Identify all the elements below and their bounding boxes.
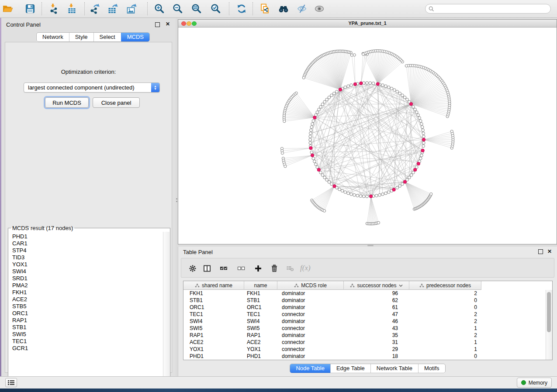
table-cell: 0 (409, 353, 481, 360)
mcds-result-title: MCDS result (17 nodes) (11, 225, 74, 231)
result-node[interactable]: SWI5 (12, 331, 163, 338)
delete-column-icon[interactable] (270, 265, 278, 272)
tab-mcds[interactable]: MCDS (121, 33, 149, 41)
tab-style[interactable]: Style (69, 33, 93, 41)
table-row[interactable]: ACE2ACE2connector311 (183, 339, 546, 346)
open-file-icon[interactable] (2, 3, 13, 14)
table-cell: SWI5 (183, 325, 244, 332)
table-row[interactable]: RAP1RAP1dominator352 (183, 332, 546, 339)
search-input[interactable] (436, 5, 550, 13)
deselect-all-columns-icon[interactable] (237, 265, 245, 272)
table-cell: FKH1 (244, 290, 277, 297)
table-cell: dominator (277, 297, 344, 304)
cytoscape-window: Control Panel ✕ NetworkStyleSelectMCDS O… (0, 0, 557, 392)
table-row[interactable]: YOX1YOX1connector291 (183, 346, 546, 353)
criterion-select[interactable]: largest connected component (undirected)… (24, 83, 160, 93)
result-node[interactable]: FKH1 (12, 289, 163, 296)
column-header-successor-nodes[interactable]: successor nodes (344, 281, 409, 290)
result-node[interactable]: SWI4 (12, 268, 163, 275)
mcds-result-list[interactable]: PHD1CAR1STP4TID3YOX1SWI4SRD1PMA2FKH1ACE2… (9, 232, 163, 385)
result-list-scrollbar[interactable] (163, 232, 170, 385)
show-columns-icon[interactable] (203, 265, 211, 272)
show-all-icon[interactable] (314, 3, 325, 14)
refresh-icon[interactable] (236, 3, 247, 14)
export-image-icon[interactable] (126, 3, 137, 14)
save-session-icon[interactable] (24, 3, 36, 14)
table-row[interactable]: PHD1PHD1dominator180 (183, 353, 546, 360)
close-panel-icon[interactable]: ✕ (166, 21, 170, 27)
table-scrollbar-thumb[interactable] (547, 292, 551, 332)
table-cell: 35 (344, 332, 409, 339)
panel-list-button[interactable] (5, 378, 17, 387)
table-row[interactable]: FKH1FKH1dominator962 (183, 290, 546, 297)
column-header-name[interactable]: name (244, 281, 277, 290)
table-cell: STB1 (183, 297, 244, 304)
result-node[interactable]: ORC1 (12, 310, 163, 317)
zoom-fit-icon[interactable] (191, 3, 202, 14)
table-row[interactable]: STB1STB1dominator620 (183, 297, 546, 304)
table-row[interactable]: SWI5SWI5connector431 (183, 325, 546, 332)
mcds-result-box: MCDS result (17 nodes) PHD1CAR1STP4TID3Y… (8, 225, 170, 385)
zoom-out-icon[interactable] (172, 3, 183, 14)
result-node[interactable]: STB5 (12, 303, 163, 310)
delete-table-icon (286, 265, 294, 272)
tab-select[interactable]: Select (93, 33, 121, 41)
table-row[interactable]: TEC1TEC1connector472 (183, 311, 546, 318)
table-row[interactable]: SWI4SWI4dominator462 (183, 318, 546, 325)
result-node[interactable]: CAR1 (12, 240, 163, 247)
zoom-selected-icon[interactable] (210, 3, 221, 14)
import-network-icon[interactable] (48, 3, 59, 14)
table-settings-gear-icon[interactable] (189, 265, 197, 272)
result-node[interactable]: GCR1 (12, 345, 163, 352)
table-panel: Table Panel ✕ (178, 247, 557, 376)
result-node[interactable]: YOX1 (12, 261, 163, 268)
float-table-panel-icon[interactable] (538, 249, 543, 254)
result-node[interactable]: STP4 (12, 247, 163, 254)
column-header-shared-name[interactable]: shared name (183, 281, 244, 290)
table-cell: dominator (277, 332, 344, 339)
close-table-panel-icon[interactable]: ✕ (547, 248, 552, 254)
hide-selected-icon[interactable] (296, 3, 308, 14)
network-titlebar: YPA_prune.txt_1 (178, 20, 557, 28)
run-mcds-button[interactable]: Run MCDS (45, 97, 89, 108)
first-neighbors-icon[interactable] (278, 3, 289, 14)
export-table-icon[interactable] (107, 3, 118, 14)
tab-network[interactable]: Network (37, 33, 69, 41)
result-node[interactable]: PHD1 (12, 233, 163, 240)
table-toolbar: f(x) (181, 258, 554, 278)
result-node[interactable]: RAP1 (12, 317, 163, 324)
tab-node-table[interactable]: Node Table (290, 364, 330, 373)
table-cell: SWI4 (244, 318, 277, 325)
tab-motifs[interactable]: Motifs (418, 364, 445, 373)
table-row[interactable]: ORC1ORC1dominator610 (183, 304, 546, 311)
tab-edge-table[interactable]: Edge Table (330, 364, 370, 373)
table-cell: 62 (344, 297, 409, 304)
result-node[interactable]: TID3 (12, 254, 163, 261)
zoom-in-icon[interactable] (154, 3, 165, 14)
import-table-icon[interactable] (66, 3, 78, 14)
export-network-icon[interactable] (89, 3, 100, 14)
table-cell: STB1 (244, 297, 277, 304)
close-panel-button[interactable]: Close panel (93, 97, 140, 108)
result-node[interactable]: ACE2 (12, 296, 163, 303)
search-box (425, 4, 551, 14)
result-node[interactable]: PMA2 (12, 282, 163, 289)
select-all-columns-icon[interactable] (220, 265, 228, 272)
add-column-icon[interactable] (254, 265, 262, 272)
table-scrollbar[interactable] (546, 290, 552, 360)
memory-button[interactable]: Memory (517, 378, 552, 388)
table-cell: 1 (409, 325, 481, 332)
network-canvas[interactable] (178, 28, 557, 244)
tab-network-table[interactable]: Network Table (370, 364, 418, 373)
result-node[interactable]: STB1 (12, 324, 163, 331)
duplicate-network-icon[interactable] (259, 3, 271, 14)
column-header-predecessor-nodes[interactable]: predecessor nodes (409, 281, 481, 290)
result-node[interactable]: SRD1 (12, 275, 163, 282)
toolbar-separator (229, 2, 229, 15)
table-cell: SWI5 (244, 325, 277, 332)
float-panel-icon[interactable] (155, 22, 160, 27)
column-header-MCDS-role[interactable]: MCDS role (277, 281, 344, 290)
table-cell: 2 (409, 332, 481, 339)
table-cell: ACE2 (244, 339, 277, 346)
result-node[interactable]: TEC1 (12, 338, 163, 345)
